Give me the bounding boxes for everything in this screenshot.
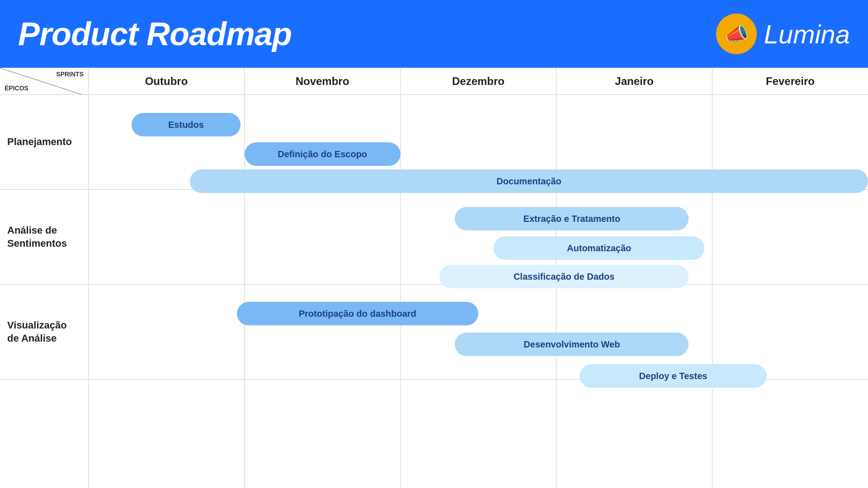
page-title: Product Roadmap (18, 15, 292, 52)
bar-prototipacao: Prototipação do dashboard (237, 302, 478, 325)
bar-deploy: Deploy e Testes (580, 364, 767, 388)
month-janeiro: Janeiro (557, 68, 712, 94)
logo-area: 📣 Lumina (716, 14, 850, 54)
logo-icon: 📣 (716, 14, 757, 54)
page-header: Product Roadmap 📣 Lumina (0, 0, 868, 68)
month-dezembro: Dezembro (401, 68, 557, 94)
epic-row-analise: Análise de Sentimentos (0, 190, 88, 285)
epics-header-cell: SPRINTS ÉPICOS (0, 68, 88, 95)
epic-row-planejamento: Planejamento (0, 95, 88, 190)
month-novembro: Novembro (245, 68, 401, 94)
month-fevereiro: Fevereiro (712, 68, 868, 94)
bar-extracao: Extração e Tratamento (455, 207, 689, 230)
grid-rows (89, 95, 868, 488)
gantt-body: Estudos Definição do Escopo Documentação… (89, 95, 868, 488)
months-area: Outubro Novembro Dezembro Janeiro Fevere… (89, 68, 868, 488)
bar-classificacao: Classificação de Dados (439, 265, 689, 288)
bar-desenvolvimento: Desenvolvimento Web (455, 333, 689, 356)
epic-row-empty (0, 380, 88, 488)
logo-name: Lumina (764, 19, 850, 49)
month-outubro: Outubro (89, 68, 245, 94)
epics-column: SPRINTS ÉPICOS Planejamento Análise de S… (0, 68, 89, 488)
epicos-label: ÉPICOS (5, 84, 28, 92)
epic-row-viz: Visualização de Análise (0, 285, 88, 380)
bar-automatizacao: Automatização (494, 236, 704, 260)
months-header: Outubro Novembro Dezembro Janeiro Fevere… (89, 68, 868, 95)
diagonal-divider: SPRINTS ÉPICOS (0, 68, 88, 94)
bar-definicao: Definição do Escopo (245, 142, 401, 166)
bar-documentacao: Documentação (190, 169, 868, 193)
bar-estudos: Estudos (132, 113, 241, 136)
sprints-label: SPRINTS (56, 70, 84, 78)
roadmap-container: SPRINTS ÉPICOS Planejamento Análise de S… (0, 68, 868, 488)
